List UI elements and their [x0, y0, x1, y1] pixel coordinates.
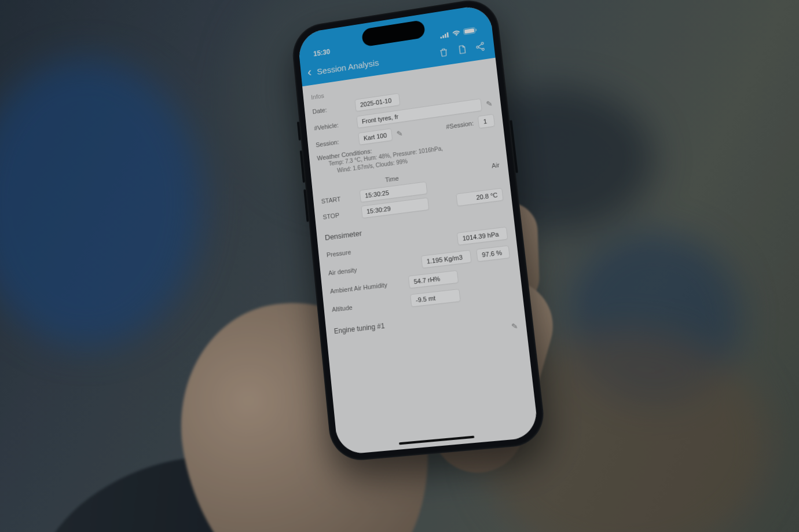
session-label: Session:: [316, 136, 355, 148]
svg-rect-1: [442, 35, 444, 38]
phone-side-button: [510, 120, 518, 173]
pressure-label: Pressure: [326, 243, 399, 258]
svg-point-9: [482, 48, 484, 50]
date-field[interactable]: 2025-01-10: [354, 93, 400, 112]
edit-vehicle-icon[interactable]: ✎: [486, 99, 493, 108]
density-label: Air density: [328, 261, 402, 277]
edit-session-icon[interactable]: ✎: [396, 129, 403, 138]
session-num-field[interactable]: 1: [478, 114, 495, 129]
stop-label: STOP: [322, 210, 356, 221]
air-temp-field[interactable]: 20.8 °C: [456, 188, 503, 206]
delete-button[interactable]: [436, 45, 451, 60]
document-button[interactable]: [455, 42, 470, 57]
svg-rect-6: [475, 29, 477, 31]
start-label: START: [321, 194, 354, 205]
session-field[interactable]: Kart 100: [358, 128, 393, 145]
pressure-field[interactable]: 1014.39 hPa: [457, 226, 508, 245]
engine-tuning-title: Engine tuning #1: [333, 322, 385, 335]
altitude-label: Altitude: [332, 298, 405, 313]
cellular-signal-icon: [440, 31, 450, 38]
svg-rect-5: [464, 28, 474, 34]
humidity-field[interactable]: 54.7 rH%: [408, 270, 459, 289]
svg-rect-3: [447, 32, 449, 37]
wifi-icon: [452, 30, 461, 37]
density-field[interactable]: 1.195 Kg/m3: [421, 250, 472, 269]
density-pct-field[interactable]: 97.6 %: [476, 245, 510, 262]
share-button[interactable]: [472, 39, 488, 54]
altitude-field[interactable]: -9.5 mt: [410, 289, 461, 307]
svg-rect-2: [445, 34, 446, 38]
vehicle-label: #Vehicle:: [314, 120, 353, 132]
content[interactable]: Infos Date: 2025-01-10 #Vehicle: Front t…: [302, 58, 539, 455]
air-header: Air: [431, 162, 500, 177]
svg-rect-0: [440, 36, 442, 38]
humidity-label: Ambient Air Humidity: [330, 280, 404, 295]
back-button[interactable]: ‹: [307, 66, 312, 79]
phone: 15:30 ‹: [290, 0, 547, 463]
edit-engine-icon[interactable]: ✎: [511, 321, 518, 331]
date-label: Date:: [312, 103, 351, 115]
session-num-label: #Session:: [446, 120, 474, 130]
